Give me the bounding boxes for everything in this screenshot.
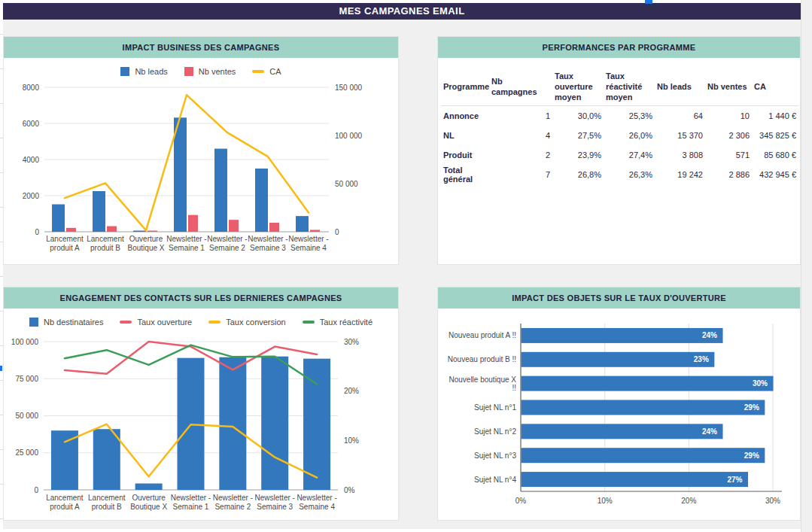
chart-text: Nouveau produit A !!	[449, 331, 516, 339]
table-row: Produit223,9%27,4%3 80857185 680 €	[441, 145, 798, 165]
chart-text: 100 000	[335, 132, 363, 140]
table-cell: 64	[655, 106, 705, 126]
legend-label: Taux réactivité	[320, 318, 373, 327]
panel-title-impact-business: IMPACT BUSINESS DES CAMPAGNES	[4, 37, 398, 58]
chart-text: 0	[34, 486, 38, 494]
panel-title-objets: IMPACT DES OBJETS SUR LE TAUX D'OUVERTUR…	[438, 287, 800, 309]
legend-item: Taux réactivité	[303, 318, 373, 327]
chart-text: Newsletter -	[255, 494, 295, 502]
chart-text: 75 000	[15, 375, 38, 383]
table-cell: 25,3%	[604, 106, 655, 126]
bars-nb-destinataires	[51, 357, 330, 490]
chart-text: produit B	[90, 244, 120, 252]
chart-text: 50 000	[15, 412, 38, 420]
legend-swatch-dash	[208, 321, 220, 324]
chart-text: Boutique X	[128, 244, 165, 252]
chart-text: 30%	[344, 338, 359, 346]
chart-text: 27%	[727, 476, 742, 484]
table-header-cell: Nb campagnes	[489, 68, 552, 106]
chart-text: 24%	[702, 427, 717, 436]
legend-swatch-square	[29, 318, 38, 327]
table-cell: Produit	[441, 145, 489, 165]
table-cell: 2 306	[705, 126, 752, 145]
table-header-cell: CA	[752, 68, 798, 106]
chart-text: Boutique X	[130, 503, 167, 511]
chart-text: Semaine 3	[257, 503, 293, 511]
selection-marker-left	[0, 366, 2, 371]
chart-text: Newsletter -	[166, 235, 206, 243]
bar	[52, 205, 65, 232]
table-row: NL427,5%26,0%15 3702 306345 825 €	[441, 126, 798, 145]
chart-text: 50 000	[335, 180, 358, 188]
legend-label: Taux ouverture	[137, 318, 192, 327]
bar	[133, 231, 146, 233]
table-cell: 7	[489, 165, 552, 184]
bar	[269, 223, 279, 232]
chart-text: 0%	[344, 486, 355, 494]
bar	[522, 352, 715, 367]
chart-text: Nouveau produit B !!	[448, 355, 516, 363]
sheet-right-margin	[801, 0, 812, 532]
table-cell: 4	[489, 126, 552, 145]
chart-text: 150 000	[335, 84, 363, 92]
panel-engagement: ENGAGEMENT DES CONTACTS SUR LES DERNIERE…	[3, 287, 399, 521]
impact-business-chart[interactable]: 02000400060008000050 000100 000150 000La…	[4, 84, 398, 261]
bar	[522, 376, 774, 391]
bar	[107, 226, 117, 232]
table-cell: 1 440 €	[752, 106, 798, 126]
chart-text: Semaine 3	[250, 244, 286, 252]
table-cell: 1	[489, 106, 552, 126]
table-cell: 571	[705, 145, 752, 165]
selection-marker-top	[645, 0, 652, 4]
chart-text: 24%	[702, 331, 717, 339]
panel-impact-business: IMPACT BUSINESS DES CAMPAGNES Nb leadsNb…	[3, 36, 399, 265]
legend-label: Nb destinataires	[44, 318, 104, 327]
chart-text: Nouvelle boutique X	[449, 375, 516, 384]
panel-title-engagement: ENGAGEMENT DES CONTACTS SUR LES DERNIERE…	[4, 287, 398, 309]
legend-item: Nb destinataires	[29, 318, 104, 327]
panel-performances: PERFORMANCES PAR PROGRAMME ProgrammeNb c…	[437, 36, 801, 265]
legend-label: CA	[269, 67, 281, 76]
bar	[261, 357, 288, 490]
chart-text: Lancement	[87, 235, 124, 243]
chart-text: Semaine 4	[290, 244, 327, 252]
engagement-chart[interactable]: 025 00050 00075 000100 0000%10%20%30%Lan…	[4, 334, 398, 519]
impact-business-legend: Nb leadsNb ventesCA	[4, 67, 398, 76]
chart-text: Lancement	[46, 494, 84, 502]
chart-text: Semaine 2	[214, 503, 251, 511]
legend-item: Nb ventes	[184, 67, 236, 76]
chart-text: 100 000	[11, 338, 39, 346]
table-cell: 2 886	[705, 165, 752, 184]
panel-title-performances: PERFORMANCES PAR PROGRAMME	[438, 37, 800, 58]
chart-text: Newsletter -	[213, 494, 253, 502]
table-cell: 30,0%	[552, 106, 604, 126]
chart-text: Lancement	[46, 235, 84, 243]
bar	[66, 228, 76, 232]
bar	[522, 400, 765, 415]
chart-text: 0	[335, 228, 339, 236]
chart-text: 8000	[23, 84, 40, 92]
chart-text: Semaine 2	[209, 244, 245, 252]
bar	[188, 215, 198, 232]
chart-text: 20%	[344, 387, 359, 395]
bar	[93, 429, 120, 490]
legend-label: Taux conversion	[226, 318, 286, 327]
chart-text: 29%	[744, 451, 759, 460]
objets-chart[interactable]: 0%10%20%30%24%Nouveau produit A !!23%Nou…	[438, 309, 801, 521]
legend-label: Nb ventes	[199, 67, 236, 76]
chart-text: 10%	[598, 497, 613, 505]
table-cell: 345 825 €	[752, 126, 798, 145]
chart-text: Newsletter -	[171, 494, 211, 502]
performances-table: ProgrammeNb campagnesTaux ouverture moye…	[441, 68, 798, 184]
legend-swatch-square	[184, 67, 193, 76]
table-cell: 27,4%	[604, 145, 655, 165]
bar	[214, 149, 227, 232]
table-cell: 26,3%	[604, 165, 655, 184]
table-cell: 2	[489, 145, 552, 165]
dashboard: MES CAMPAGNES EMAIL IMPACT BUSINESS DES …	[0, 0, 812, 532]
chart-text: Semaine 4	[299, 503, 335, 511]
legend-item: CA	[252, 67, 281, 76]
table-header-cell: Taux réactivité moyen	[604, 68, 655, 106]
chart-text: 23%	[694, 355, 709, 363]
chart-text: produit A	[50, 503, 80, 511]
